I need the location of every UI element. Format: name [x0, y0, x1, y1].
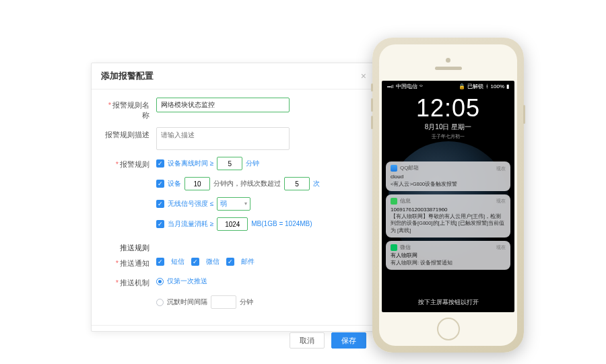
notification-sms[interactable]: 信息现在 1069176120033871960 【有人物联网】尊敬的有人云用户…: [386, 194, 510, 238]
chevron-down-icon: ▾: [244, 199, 247, 209]
sms-icon: [391, 198, 397, 205]
phone-screen: ••ıl 中国电信 ⌔ 🔒 已解锁 ᚼ 100% ▮ 12:05 8月10日 星…: [382, 81, 514, 312]
label-alarm-rule: *报警规则: [102, 157, 156, 170]
wifi-icon: ⌔: [419, 83, 423, 89]
signal-icon: ••ıl: [387, 83, 394, 89]
mech-once-label: 仅第一次推送: [167, 275, 207, 287]
checkbox-signal[interactable]: ✓: [156, 200, 164, 208]
wechat-icon: [391, 244, 397, 251]
lockscreen-subdate: 壬子年七月初一: [382, 133, 514, 140]
traffic-input[interactable]: [217, 217, 248, 231]
mute-switch-icon: [371, 83, 373, 92]
signal-label: 无线信号强度 ≤: [168, 198, 213, 210]
mech-silence-label: 沉默时间间隔: [167, 296, 207, 308]
checkbox-device[interactable]: ✓: [156, 180, 164, 188]
rule-desc-textarea[interactable]: [156, 127, 290, 150]
silence-minutes-input[interactable]: [211, 295, 236, 309]
save-button[interactable]: 保存: [331, 332, 366, 349]
push-sms: 短信: [171, 256, 184, 268]
offline-label: 设备离线时间 ≥: [168, 157, 213, 170]
radio-once[interactable]: [156, 278, 164, 285]
speaker-icon: [435, 67, 462, 70]
phone-top: [382, 47, 514, 81]
notifications: QQ邮箱现在 cloud <有人云>G800设备触发报警 信息现在 106917…: [386, 161, 510, 270]
offline-unit: 分钟: [246, 157, 259, 170]
unlocked-label: 已解锁: [467, 83, 483, 90]
qqmail-icon: [391, 165, 397, 172]
label-push-notify: *推送通知: [102, 256, 156, 268]
phone-mockup: ••ıl 中国电信 ⌔ 🔒 已解锁 ᚼ 100% ▮ 12:05 8月10日 星…: [372, 38, 524, 353]
device-count-input[interactable]: [284, 177, 310, 190]
device-mid-text: 分钟内，掉线次数超过: [213, 178, 281, 190]
bt-icon: ᚼ: [485, 83, 489, 89]
checkbox-traffic[interactable]: ✓: [156, 220, 164, 228]
traffic-label: 当月流量消耗 ≥: [168, 218, 213, 230]
mech-silence-unit: 分钟: [240, 296, 253, 308]
label-rule-name: *报警规则名称: [102, 98, 156, 120]
label-rule-desc: 报警规则描述: [102, 127, 156, 140]
traffic-unit: MB(1GB = 1024MB): [251, 218, 312, 230]
label-push-rule: 推送规则: [102, 240, 156, 253]
lockscreen-clock: 12:05: [382, 94, 514, 122]
checkbox-wechat[interactable]: ✓: [191, 258, 199, 266]
lock-icon: 🔒: [459, 83, 465, 89]
checkbox-offline[interactable]: ✓: [156, 159, 164, 168]
camera-icon: [446, 58, 450, 63]
swipe-hint: 按下主屏幕按钮以打开: [382, 298, 514, 307]
offline-minutes-input[interactable]: [217, 157, 242, 170]
radio-silence[interactable]: [156, 299, 164, 306]
battery-label: 100%: [491, 83, 504, 89]
power-button-icon: [523, 105, 525, 124]
cancel-button[interactable]: 取消: [290, 332, 325, 349]
dialog-body: *报警规则名称 报警规则描述 *报警规则 ✓ 设备离线时间 ≥ 分钟: [92, 89, 376, 325]
alert-config-dialog: 添加报警配置 × *报警规则名称 报警规则描述 *报警规则 ✓ 设备离线时间 ≥: [91, 63, 376, 332]
dialog-footer: 取消 保存: [92, 325, 376, 355]
status-bar: ••ıl 中国电信 ⌔ 🔒 已解锁 ᚼ 100% ▮: [382, 81, 514, 90]
notification-qqmail[interactable]: QQ邮箱现在 cloud <有人云>G800设备触发报警: [386, 161, 510, 191]
volume-down-icon: [371, 116, 373, 129]
volume-up-icon: [371, 98, 373, 112]
signal-select[interactable]: 弱▾: [217, 197, 250, 211]
lockscreen-date: 8月10日 星期一: [382, 122, 514, 132]
dialog-title: 添加报警配置: [101, 70, 154, 82]
dialog-header: 添加报警配置 ×: [92, 63, 376, 89]
device-minutes-input[interactable]: [184, 177, 210, 190]
checkbox-email[interactable]: ✓: [226, 258, 234, 266]
notification-wechat[interactable]: 微信现在 有人物联网 有人物联网: 设备报警通知: [386, 241, 510, 270]
carrier-label: 中国电信: [396, 83, 417, 90]
device-unit: 次: [313, 178, 320, 190]
label-push-mech: *推送机制: [102, 275, 156, 288]
checkbox-sms[interactable]: ✓: [156, 258, 164, 266]
battery-icon: ▮: [506, 83, 509, 89]
close-icon[interactable]: ×: [361, 71, 366, 81]
home-button[interactable]: [437, 318, 460, 340]
push-email: 邮件: [241, 256, 255, 268]
rule-name-input[interactable]: [156, 98, 290, 112]
push-wechat: 微信: [206, 256, 220, 268]
device-label: 设备: [168, 178, 181, 190]
